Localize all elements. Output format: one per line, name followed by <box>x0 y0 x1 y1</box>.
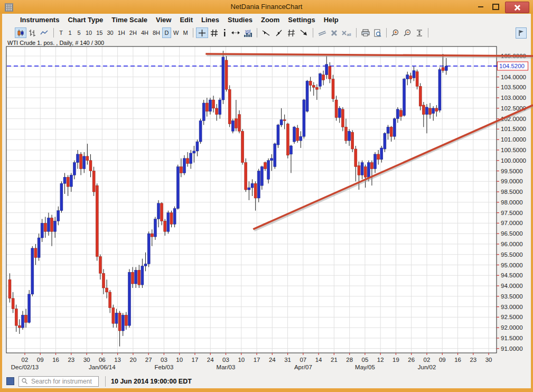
delete-all-icon <box>342 31 347 35</box>
period-weekly-button[interactable]: W <box>171 27 181 38</box>
ohlc-bars-button[interactable] <box>26 27 38 38</box>
timeframe-5-button[interactable]: 5 <box>74 27 83 38</box>
minimize-button[interactable] <box>474 2 488 12</box>
status-bar: 10 Jun 2014 19:00:00 EDT <box>2 374 531 388</box>
maximize-icon <box>492 4 499 10</box>
menu-chart-type[interactable]: Chart Type <box>63 14 107 26</box>
search-icon <box>21 378 28 385</box>
delete-drawing-button[interactable] <box>329 27 340 38</box>
volume-icon-label: vol <box>245 29 250 33</box>
timeframe-tick-button[interactable]: T <box>57 27 66 38</box>
timeframe-30-button[interactable]: 30 <box>105 27 116 38</box>
menu-time-scale[interactable]: Time Scale <box>107 14 152 26</box>
fit-vertical-button[interactable] <box>414 27 425 38</box>
period-monthly-button[interactable]: M <box>181 27 190 38</box>
window-body: Instruments Chart Type Time Scale View E… <box>2 14 531 388</box>
close-button[interactable] <box>505 2 529 13</box>
menu-instruments[interactable]: Instruments <box>16 14 63 26</box>
info-button[interactable] <box>220 27 229 38</box>
window-title: NetDania FinanceChart <box>0 3 533 11</box>
toolbar-separator <box>428 28 428 38</box>
fit-vertical-icon <box>416 29 423 37</box>
delete-icon <box>331 30 338 36</box>
delete-all-label: all <box>347 32 351 37</box>
toolbar-separator <box>257 28 257 38</box>
status-square-icon[interactable] <box>6 377 14 385</box>
toolbar-separator <box>193 28 193 38</box>
menu-settings[interactable]: Settings <box>284 14 319 26</box>
delete-all-drawings-button[interactable]: all <box>340 27 353 38</box>
timeframe-4h-button[interactable]: 4H <box>139 27 151 38</box>
expand-horizontal-icon <box>231 30 240 35</box>
volume-button[interactable]: vol <box>242 27 254 38</box>
status-separator <box>105 376 106 387</box>
timeframe-10-button[interactable]: 10 <box>83 27 94 38</box>
bookmark-panel-button[interactable] <box>516 27 527 39</box>
menu-zoom[interactable]: Zoom <box>257 14 284 26</box>
candlestick-chart-button[interactable] <box>15 27 26 38</box>
minimize-icon <box>478 6 483 7</box>
arrow-tool-icon <box>300 29 308 36</box>
toolbar-separator <box>313 28 313 38</box>
timeframe-8h-button[interactable]: 8H <box>151 27 162 38</box>
menu-bar: Instruments Chart Type Time Scale View E… <box>2 14 531 26</box>
volume-icon <box>244 33 252 37</box>
search-input[interactable] <box>30 377 96 386</box>
line-chart-button[interactable] <box>38 27 51 38</box>
netdania-financechart-window: { "window": { "title": "NetDania Finance… <box>0 0 533 392</box>
parallel-lines-button[interactable] <box>316 27 329 38</box>
toolbar-separator <box>386 28 387 38</box>
timeframe-1-button[interactable]: 1 <box>66 27 74 38</box>
zoom-out-button[interactable] <box>401 27 414 38</box>
menu-studies[interactable]: Studies <box>223 14 257 26</box>
crosshair-icon <box>198 29 206 37</box>
channel-tool-button[interactable] <box>285 27 298 38</box>
menu-edit[interactable]: Edit <box>175 14 197 26</box>
timeframe-2h-button[interactable]: 2H <box>127 27 139 38</box>
ray-tool-icon <box>275 29 283 37</box>
toolbar: T 1 5 10 15 30 1H 2H 4H 8H D W M <box>2 26 531 39</box>
expand-horizontal-button[interactable] <box>229 27 242 38</box>
ray-tool-button[interactable] <box>273 27 285 38</box>
toolbar-separator <box>356 28 357 38</box>
print-button[interactable] <box>359 27 372 38</box>
close-icon <box>514 4 520 11</box>
zoom-in-button[interactable] <box>389 27 401 38</box>
trendline-tool-button[interactable] <box>260 27 273 38</box>
candlestick-icon <box>17 29 24 37</box>
line-chart-icon <box>40 29 49 36</box>
timestamp: 10 Jun 2014 19:00:00 EDT <box>111 378 192 385</box>
print-preview-icon <box>374 29 381 37</box>
toolbar-separator <box>53 28 54 38</box>
arrow-tool-button[interactable] <box>298 27 310 38</box>
info-icon <box>222 29 227 36</box>
print-preview-button[interactable] <box>372 27 384 38</box>
timeframe-1h-button[interactable]: 1H <box>116 27 127 38</box>
parallel-lines-icon <box>318 30 326 36</box>
zoom-out-icon <box>404 29 412 37</box>
menu-help[interactable]: Help <box>320 14 343 26</box>
timeframe-15-button[interactable]: 15 <box>94 27 105 38</box>
menu-lines[interactable]: Lines <box>197 14 223 26</box>
crosshair-button[interactable] <box>196 27 208 38</box>
grid-icon <box>210 29 218 37</box>
title-bar: NetDania FinanceChart <box>0 0 533 14</box>
zoom-in-icon <box>391 29 399 37</box>
flag-icon <box>518 30 524 36</box>
grid-toggle-button[interactable] <box>208 27 220 38</box>
menu-view[interactable]: View <box>152 14 175 26</box>
trendline-tool-icon <box>262 29 270 37</box>
period-daily-button[interactable]: D <box>162 27 171 38</box>
instrument-search-box <box>18 376 99 387</box>
channel-tool-icon <box>287 29 296 37</box>
print-icon <box>361 29 370 36</box>
instrument-label: WTI Crude 1. pos. , Daily, # 140 / 300 <box>7 40 104 46</box>
chart-panel: WTI Crude 1. pos. , Daily, # 140 / 300 <box>2 39 531 374</box>
ohlc-bars-icon <box>29 29 36 37</box>
maximize-button[interactable] <box>489 2 502 12</box>
